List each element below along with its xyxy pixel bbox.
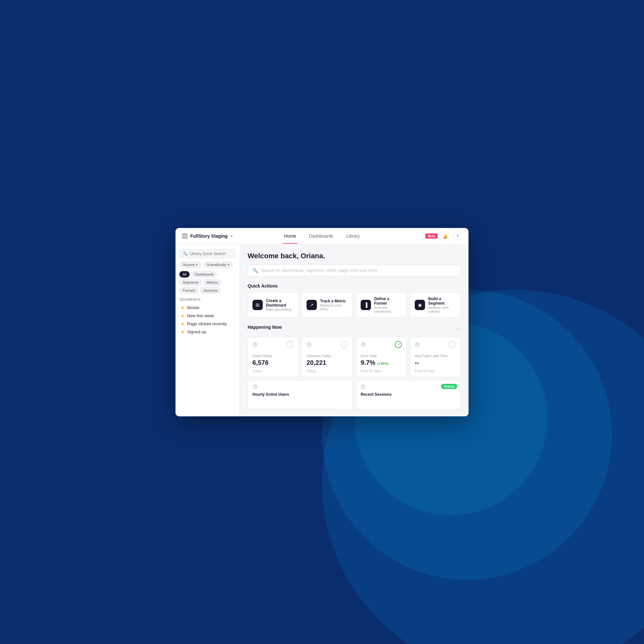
tag-all[interactable]: All bbox=[179, 271, 190, 278]
slash-icon-users: / bbox=[287, 341, 294, 348]
qa-dashboard-title: Create a Dashboard bbox=[266, 298, 294, 308]
global-search-bar[interactable]: 🔍 Search for dashboards, segments, click… bbox=[248, 265, 461, 276]
help-icon: ? bbox=[456, 234, 459, 239]
qa-track-metric[interactable]: ↗ Track a Metric Measure your KPIs. bbox=[302, 292, 353, 317]
slash-icon-load: / bbox=[449, 341, 456, 348]
segments-section-label: Segments bbox=[179, 298, 236, 301]
hourly-active-users-card[interactable]: 🕐 Hourly Active Users bbox=[248, 380, 353, 409]
qa-segment-title: Build a Segment bbox=[428, 297, 456, 306]
tag-metrics[interactable]: Metrics bbox=[204, 279, 221, 286]
nav-left: FullStory Staging ▾ bbox=[182, 233, 246, 239]
error-rate-value: 9.7% (+38%) bbox=[361, 359, 402, 366]
clock-icon-hourly: 🕐 bbox=[252, 384, 257, 389]
tag-dashboards[interactable]: Dashboards bbox=[191, 271, 217, 278]
clock-icon-load: 🕐 bbox=[415, 342, 420, 347]
sidebar-item-mobile[interactable]: ★ Mobile bbox=[179, 304, 236, 311]
tag-funnels[interactable]: Funnels bbox=[179, 287, 198, 294]
app-body: 🔍 Anyone ▾ Scientifically ▾ All Dashboar… bbox=[175, 245, 469, 416]
qa-dashboard-sub: Data storytelling. bbox=[266, 308, 294, 311]
online-badge: Online bbox=[441, 384, 457, 389]
star-icon-rage-clicked: ★ bbox=[181, 321, 185, 326]
metric-error-rate[interactable]: 🕐 ↗ Error Rate 9.7% (+38%) Past 30 days bbox=[356, 337, 407, 377]
sidebar-item-signed-up[interactable]: ★ Signed-up bbox=[179, 328, 236, 336]
star-icon-mobile: ★ bbox=[181, 305, 185, 310]
sidebar-item-new-this-week[interactable]: ★ New this week bbox=[179, 312, 236, 319]
tag-journeys[interactable]: Journeys bbox=[200, 287, 221, 294]
qa-segment-sub: Analyze user cohorts. bbox=[428, 306, 456, 313]
sidebar-label-signed-up: Signed-up bbox=[187, 329, 206, 334]
welcome-heading: Welcome back, Oriana. bbox=[248, 252, 461, 260]
hamburger-icon[interactable] bbox=[182, 234, 188, 238]
error-rate-period: Past 30 days bbox=[361, 369, 402, 373]
metric-users-today[interactable]: 🕐 / Users Today 6,576 Today bbox=[248, 337, 298, 377]
page-load-value: -- bbox=[415, 359, 456, 366]
clock-icon-recent: 🕐 bbox=[361, 384, 365, 389]
nav-right: Beta 🔔 ? bbox=[398, 232, 462, 241]
sessions-today-period: Today bbox=[307, 369, 348, 373]
dashboard-icon: ⊞ bbox=[252, 300, 263, 310]
qa-metric-sub: Measure your KPIs. bbox=[320, 303, 348, 311]
users-today-label: Users Today bbox=[252, 354, 294, 358]
arrow-up-icon-error: ↗ bbox=[395, 341, 402, 348]
error-rate-change: (+38%) bbox=[377, 362, 389, 365]
filter-row: Anyone ▾ Scientifically ▾ bbox=[179, 261, 236, 268]
users-today-period: Today bbox=[252, 369, 294, 373]
bottom-grid: 🕐 Hourly Active Users Online 🕐 Recent Se… bbox=[248, 380, 461, 409]
qa-define-funnel[interactable]: ▐ Define a Funnel Increase conversion. bbox=[356, 292, 407, 317]
sidebar-label-new-this-week: New this week bbox=[187, 313, 214, 318]
quick-actions-title: Quick Actions bbox=[248, 283, 461, 289]
clock-icon-users: 🕐 bbox=[252, 342, 257, 347]
metric-sessions-today[interactable]: 🕐 / Sessions Today 20,221 Today bbox=[302, 337, 353, 377]
library-search-box[interactable]: 🔍 bbox=[179, 249, 236, 258]
sidebar-item-rage-clicked[interactable]: ★ Rage clicked recently bbox=[179, 320, 236, 327]
top-nav: FullStory Staging ▾ Home Dashboards Libr… bbox=[175, 228, 469, 245]
qa-funnel-sub: Increase conversion. bbox=[374, 306, 402, 313]
nav-center: Home Dashboards Library bbox=[246, 228, 398, 244]
happening-now-title: Happening Now bbox=[248, 325, 282, 330]
funnel-icon: ▐ bbox=[361, 300, 371, 310]
beta-badge: Beta bbox=[425, 233, 438, 239]
recent-sessions-card[interactable]: Online 🕐 Recent Sessions bbox=[356, 380, 461, 409]
search-icon: 🔍 bbox=[183, 251, 188, 256]
app-window: FullStory Staging ▾ Home Dashboards Libr… bbox=[175, 228, 469, 416]
page-load-label: Avg Page Load Time bbox=[415, 354, 456, 358]
bell-icon: 🔔 bbox=[443, 234, 448, 239]
library-search-input[interactable] bbox=[190, 251, 232, 256]
scientifically-dropdown-icon: ▾ bbox=[228, 263, 229, 266]
anyone-dropdown-icon: ▾ bbox=[196, 263, 198, 266]
qa-funnel-title: Define a Funnel bbox=[374, 297, 402, 306]
global-search-icon: 🔍 bbox=[252, 268, 258, 273]
slash-icon-sessions: / bbox=[341, 341, 348, 348]
tab-library[interactable]: Library bbox=[345, 228, 361, 244]
sidebar-label-mobile: Mobile bbox=[187, 305, 199, 310]
clock-icon-error: 🕐 bbox=[361, 342, 365, 347]
help-button[interactable]: ? bbox=[453, 232, 462, 241]
star-icon-signed-up: ★ bbox=[181, 329, 185, 334]
metrics-grid: 🕐 / Users Today 6,576 Today 🕐 / Sessions… bbox=[248, 337, 461, 377]
anyone-filter[interactable]: Anyone ▾ bbox=[179, 261, 201, 268]
notification-bell-button[interactable]: 🔔 bbox=[441, 232, 450, 241]
scientifically-filter[interactable]: Scientifically ▾ bbox=[203, 261, 233, 268]
qa-build-segment[interactable]: ◉ Build a Segment Analyze user cohorts. bbox=[410, 292, 461, 317]
sessions-today-label: Sessions Today bbox=[307, 354, 348, 358]
tab-dashboards[interactable]: Dashboards bbox=[308, 228, 335, 244]
happening-now-header: Happening Now ⋯ bbox=[248, 325, 461, 334]
metric-icon: ↗ bbox=[307, 300, 317, 310]
metric-page-load[interactable]: 🕐 / Avg Page Load Time -- Past 30 days bbox=[410, 337, 461, 377]
users-today-value: 6,576 bbox=[252, 359, 294, 366]
tag-segments[interactable]: Segments bbox=[179, 279, 202, 286]
tab-home[interactable]: Home bbox=[283, 228, 297, 244]
hourly-active-users-label: Hourly Active Users bbox=[252, 392, 348, 397]
segment-icon: ◉ bbox=[415, 300, 425, 310]
sidebar: 🔍 Anyone ▾ Scientifically ▾ All Dashboar… bbox=[175, 245, 240, 416]
sidebar-label-rage-clicked: Rage clicked recently bbox=[187, 321, 227, 326]
app-title: FullStory Staging bbox=[190, 233, 228, 239]
error-rate-label: Error Rate bbox=[361, 354, 402, 358]
clock-icon-sessions: 🕐 bbox=[307, 342, 311, 347]
app-dropdown-icon[interactable]: ▾ bbox=[231, 234, 232, 238]
qa-create-dashboard[interactable]: ⊞ Create a Dashboard Data storytelling. bbox=[248, 292, 298, 317]
qa-metric-title: Track a Metric bbox=[320, 299, 348, 303]
happening-now-menu[interactable]: ⋯ bbox=[456, 326, 461, 332]
sessions-today-value: 20,221 bbox=[307, 359, 348, 366]
main-content: Welcome back, Oriana. 🔍 Search for dashb… bbox=[240, 245, 469, 416]
